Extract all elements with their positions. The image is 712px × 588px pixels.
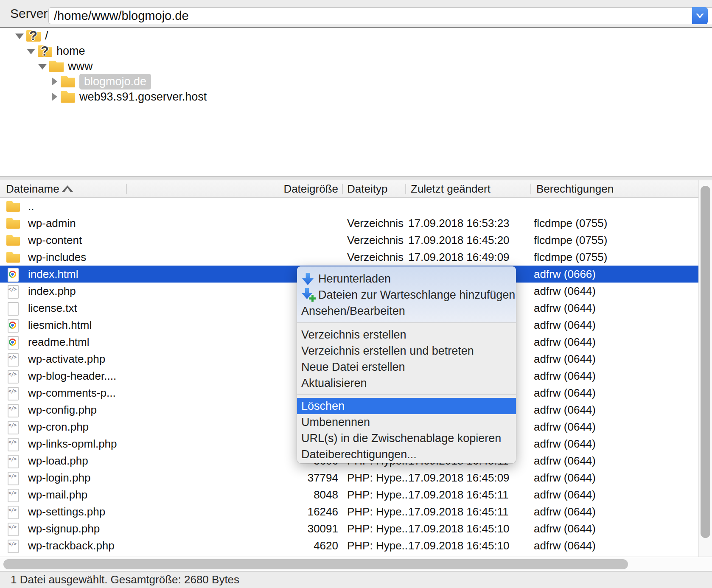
- tree-item[interactable]: www: [0, 59, 712, 74]
- server-label: Server:: [10, 0, 51, 27]
- folder-icon: [60, 74, 79, 89]
- server-bar: Server:: [0, 0, 712, 28]
- context-menu-edit-section: Löschen Umbenennen URL(s) in die Zwische…: [297, 395, 516, 463]
- cell-modified: 17.09.2018 16:45:11: [408, 503, 509, 520]
- column-divider[interactable]: [342, 184, 343, 194]
- cell-permissions: adfrw (0644): [534, 384, 596, 401]
- php-icon: [6, 387, 21, 400]
- table-row[interactable]: ..: [0, 198, 712, 215]
- cell-permissions: flcdmpe (0755): [534, 215, 607, 232]
- cell-filename: ..: [28, 198, 34, 215]
- cell-permissions: adfrw (0644): [534, 537, 596, 554]
- tree-item[interactable]: web93.s91.goserver.host: [0, 89, 712, 104]
- cell-permissions: adfrw (0644): [534, 283, 596, 300]
- html-icon: [6, 336, 21, 349]
- php-icon: [6, 523, 21, 535]
- tree-item[interactable]: /: [0, 28, 712, 43]
- html-icon: [6, 319, 21, 332]
- cell-permissions: flcdmpe (0755): [534, 249, 607, 266]
- table-row[interactable]: wp-content Verzeichnis 17.09.2018 16:45:…: [0, 232, 712, 249]
- cell-permissions: adfrw (0666): [534, 266, 596, 283]
- context-menu-item[interactable]: Ansehen/Bearbeiten: [297, 303, 516, 319]
- cell-filetype: Verzeichnis: [347, 232, 404, 249]
- cell-filetype: Verzeichnis: [347, 215, 404, 232]
- cell-permissions: adfrw (0644): [534, 367, 596, 384]
- cell-permissions: adfrw (0644): [534, 300, 596, 316]
- cell-filename: liesmich.html: [28, 316, 92, 333]
- table-row[interactable]: wp-mail.php 8048 PHP: Hype.. 17.09.2018 …: [0, 486, 712, 503]
- menu-item-label: Umbenennen: [301, 416, 370, 428]
- cell-permissions: adfrw (0644): [534, 401, 596, 418]
- cell-modified: 17.09.2018 16:45:10: [408, 537, 510, 554]
- menu-item-label: Aktualisieren: [301, 377, 367, 389]
- table-row[interactable]: wp-includes Verzeichnis 17.09.2018 16:49…: [0, 249, 712, 266]
- context-menu-item[interactable]: Aktualisieren: [297, 375, 516, 391]
- table-row[interactable]: wp-admin Verzeichnis 17.09.2018 16:53:23…: [0, 215, 712, 232]
- cell-filename: wp-mail.php: [28, 486, 87, 503]
- cell-permissions: adfrw (0644): [534, 435, 596, 452]
- disclosure-triangle-icon[interactable]: [49, 74, 60, 89]
- context-menu-item[interactable]: Löschen: [297, 398, 516, 414]
- menu-item-label: Dateiberechtigungen...: [301, 448, 417, 461]
- cell-filename: wp-includes: [28, 249, 86, 266]
- disclosure-triangle-icon[interactable]: [14, 28, 25, 43]
- php-icon: [6, 540, 21, 552]
- folder-icon: [60, 89, 79, 104]
- context-menu-item[interactable]: Umbenennen: [297, 414, 516, 430]
- menu-item-label: Dateien zur Warteschlange hinzufügen: [318, 288, 515, 301]
- context-menu-item[interactable]: Dateiberechtigungen...: [297, 446, 516, 462]
- context-menu-item[interactable]: URL(s) in die Zwischenablage kopieren: [297, 430, 516, 446]
- column-header-zuletzt-geaendert[interactable]: Zuletzt geändert: [411, 180, 491, 197]
- folder-question-icon: [37, 43, 56, 59]
- php-icon: [6, 285, 21, 298]
- column-divider[interactable]: [530, 184, 531, 194]
- cell-filename: license.txt: [28, 300, 77, 316]
- cell-filename: wp-config.php: [28, 401, 97, 418]
- menu-item-label: Herunterladen: [318, 272, 391, 285]
- panel-divider: [0, 176, 712, 180]
- context-menu-item[interactable]: Neue Datei erstellen: [297, 359, 516, 375]
- php-icon: [6, 353, 21, 366]
- tree-item[interactable]: blogmojo.de: [0, 74, 712, 89]
- tree-item[interactable]: home: [0, 43, 712, 59]
- column-header-dateiname[interactable]: Dateiname: [6, 180, 59, 197]
- context-menu-item[interactable]: Dateien zur Warteschlange hinzufügen: [297, 287, 516, 303]
- cell-permissions: flcdmpe (0755): [534, 232, 607, 249]
- table-row[interactable]: wp-settings.php 16246 PHP: Hype.. 17.09.…: [0, 503, 712, 520]
- cell-modified: 17.09.2018 16:53:23: [408, 215, 510, 232]
- table-row[interactable]: wp-login.php 37794 PHP: Hype.. 17.09.201…: [0, 469, 712, 486]
- column-header-dateityp[interactable]: Dateityp: [347, 180, 387, 197]
- cell-permissions: adfrw (0644): [534, 350, 596, 367]
- horizontal-scrollbar-thumb[interactable]: [3, 559, 628, 569]
- cell-filename: readme.html: [28, 333, 90, 350]
- table-row[interactable]: wp-trackback.php 4620 PHP: Hype.. 17.09.…: [0, 537, 712, 554]
- cell-filetype: PHP: Hype..: [347, 503, 408, 520]
- cell-filename: wp-cron.php: [28, 418, 89, 435]
- context-menu-item[interactable]: Herunterladen: [297, 271, 516, 287]
- cell-filesize: 37794: [238, 469, 338, 486]
- column-header-berechtigungen[interactable]: Berechtigungen: [536, 180, 614, 197]
- cell-modified: 17.09.2018 16:45:11: [408, 486, 509, 503]
- php-icon: [6, 506, 21, 518]
- column-divider[interactable]: [126, 184, 127, 194]
- php-icon: [6, 438, 21, 451]
- cell-filename: wp-trackback.php: [28, 537, 115, 554]
- vertical-scrollbar-thumb[interactable]: [701, 186, 710, 538]
- disclosure-triangle-icon[interactable]: [37, 59, 48, 74]
- php-icon: [6, 472, 21, 484]
- column-header-dateigroesse[interactable]: Dateigröße: [238, 180, 338, 197]
- cell-filename: wp-login.php: [28, 469, 90, 486]
- vertical-scrollbar: [698, 180, 712, 557]
- disclosure-triangle-icon[interactable]: [26, 43, 37, 59]
- menu-item-label: URL(s) in die Zwischenablage kopieren: [301, 432, 501, 445]
- table-row[interactable]: wp-signup.php 30091 PHP: Hype.. 17.09.20…: [0, 520, 712, 537]
- context-menu-item[interactable]: Verzeichnis erstellen und betreten: [297, 343, 516, 359]
- server-path-dropdown-button[interactable]: [692, 7, 708, 24]
- server-path-input[interactable]: [48, 7, 712, 24]
- column-divider[interactable]: [405, 184, 406, 194]
- cell-filename: index.html: [28, 266, 78, 283]
- context-menu-item[interactable]: Verzeichnis erstellen: [297, 327, 516, 343]
- directory-tree: / home www blogmojo.de web93.s91.goserve…: [0, 28, 712, 176]
- context-menu-create-section: Verzeichnis erstellen Verzeichnis erstel…: [297, 323, 516, 394]
- disclosure-triangle-icon[interactable]: [49, 89, 60, 104]
